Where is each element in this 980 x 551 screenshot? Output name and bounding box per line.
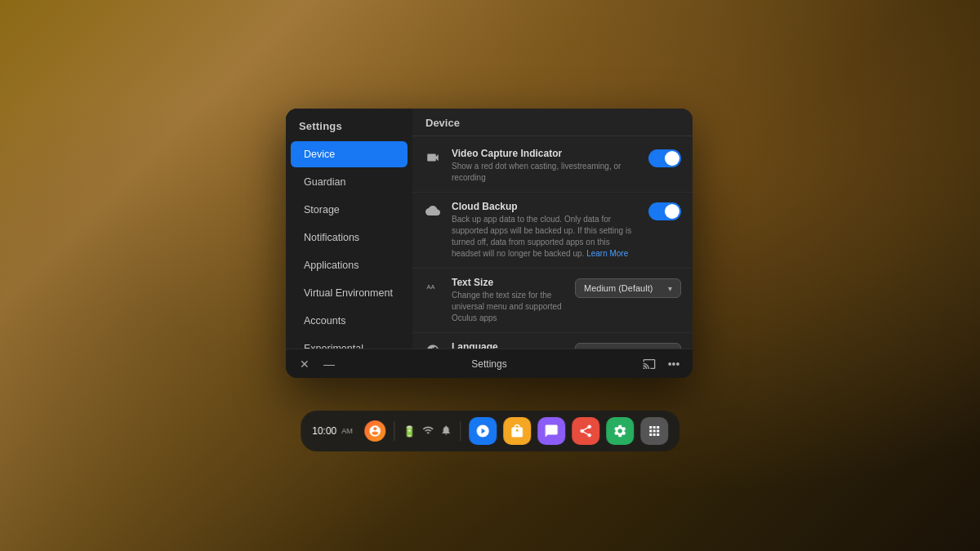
cloud-backup-control: [648, 202, 681, 220]
main-header: Device: [412, 109, 693, 136]
text-size-dropdown[interactable]: Medium (Default) ▾: [575, 278, 681, 298]
text-size-dropdown-arrow: ▾: [668, 284, 672, 293]
app-messenger[interactable]: [537, 417, 565, 445]
video-capture-text: Video Capture Indicator Show a red dot w…: [452, 148, 639, 184]
toggle-thumb: [665, 204, 679, 219]
setting-video-capture: Video Capture Indicator Show a red dot w…: [412, 140, 693, 193]
setting-language: Language English (US) ▾: [412, 333, 693, 349]
settings-list: Video Capture Indicator Show a red dot w…: [412, 136, 693, 349]
video-capture-title: Video Capture Indicator: [452, 148, 639, 159]
window-minimize-button[interactable]: —: [320, 355, 338, 373]
app-share[interactable]: [572, 417, 599, 445]
cloud-backup-toggle[interactable]: [648, 202, 681, 220]
sidebar-item-device[interactable]: Device: [291, 141, 408, 167]
language-icon: [424, 342, 442, 349]
text-size-desc: Change the text size for the universal m…: [452, 290, 565, 324]
sidebar-item-storage[interactable]: Storage: [291, 197, 408, 223]
text-size-text: Text Size Change the text size for the u…: [452, 277, 565, 324]
main-content: Device Video Capture Indicator Show a re…: [412, 109, 693, 349]
video-capture-icon: [424, 149, 442, 167]
app-grid[interactable]: [640, 417, 668, 445]
text-size-title: Text Size: [452, 277, 565, 288]
sidebar-item-virtual-environment[interactable]: Virtual Environment: [291, 280, 408, 306]
svg-text:AA: AA: [427, 283, 435, 291]
sidebar-item-notifications[interactable]: Notifications: [291, 224, 408, 251]
battery-icon: 🔋: [403, 425, 416, 438]
setting-cloud-backup: Cloud Backup Back up app data to the clo…: [412, 193, 693, 269]
text-size-control: Medium (Default) ▾: [575, 278, 681, 298]
language-dropdown[interactable]: English (US) ▾: [575, 343, 681, 349]
window-close-button[interactable]: ✕: [296, 355, 314, 373]
video-capture-control: [648, 149, 681, 167]
cast-button[interactable]: [640, 355, 658, 373]
sidebar-item-experimental-features[interactable]: Experimental Features: [291, 335, 408, 349]
video-capture-desc: Show a red dot when casting, livestreami…: [452, 161, 639, 184]
notification-bell-icon: [440, 424, 452, 438]
more-options-button[interactable]: •••: [665, 355, 683, 373]
taskbar-avatar[interactable]: [364, 420, 385, 442]
app-settings[interactable]: [606, 417, 634, 445]
settings-window: Settings Device Guardian Storage Notific…: [286, 109, 693, 378]
taskbar-time: 10:00: [312, 425, 336, 437]
cloud-backup-text: Cloud Backup Back up app data to the clo…: [452, 201, 639, 260]
taskbar-divider: [394, 421, 394, 441]
taskbar-time-section: 10:00 AM: [312, 425, 353, 437]
cloud-backup-icon: [424, 202, 442, 220]
sidebar-item-accounts[interactable]: Accounts: [291, 308, 408, 334]
window-bottom-title: Settings: [345, 358, 634, 370]
window-bottom-bar: ✕ — Settings •••: [286, 349, 693, 378]
language-title: Language: [452, 341, 565, 349]
toggle-thumb: [665, 151, 679, 166]
app-store[interactable]: [503, 417, 531, 445]
language-control: English (US) ▾: [575, 343, 681, 349]
taskbar-status-icons: 🔋: [403, 424, 452, 438]
cloud-backup-title: Cloud Backup: [452, 201, 639, 212]
learn-more-link[interactable]: Learn More: [586, 249, 628, 258]
sidebar-item-applications[interactable]: Applications: [291, 252, 408, 278]
sidebar: Settings Device Guardian Storage Notific…: [286, 109, 412, 349]
taskbar-apps: [469, 417, 668, 445]
wifi-icon: [422, 424, 434, 438]
cloud-backup-desc: Back up app data to the cloud. Only data…: [452, 214, 639, 260]
settings-body: Settings Device Guardian Storage Notific…: [286, 109, 693, 349]
language-text: Language: [452, 341, 565, 349]
setting-text-size: AA Text Size Change the text size for th…: [412, 269, 693, 333]
taskbar: 10:00 AM 🔋: [301, 411, 679, 451]
sidebar-item-guardian[interactable]: Guardian: [291, 169, 408, 195]
text-size-value: Medium (Default): [584, 283, 663, 293]
taskbar-divider-2: [460, 421, 461, 441]
taskbar-ampm: AM: [341, 427, 353, 435]
app-meta[interactable]: [469, 417, 497, 445]
video-capture-toggle[interactable]: [648, 149, 681, 167]
text-size-icon: AA: [424, 278, 442, 295]
sidebar-title: Settings: [286, 115, 412, 140]
